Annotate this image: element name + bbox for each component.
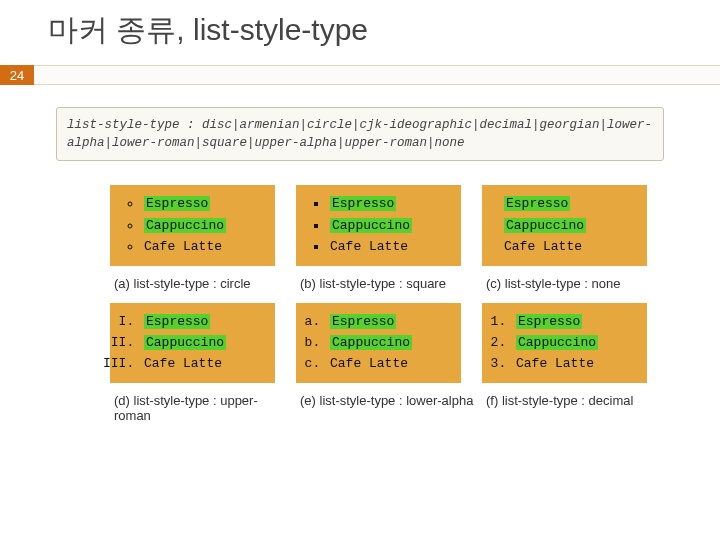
list-item: Cafe Latte — [142, 353, 265, 374]
list-item: Cappuccino — [514, 332, 637, 353]
caption-d: (d) list-style-type : upper-roman — [110, 393, 290, 423]
list-item: Espresso — [142, 193, 265, 214]
example-card-none: Espresso Cappuccino Cafe Latte — [482, 185, 647, 265]
list-item: Cappuccino — [142, 215, 265, 236]
list-item: Cafe Latte — [142, 236, 265, 257]
list-item: Cappuccino — [142, 332, 265, 353]
example-card-square: Espresso Cappuccino Cafe Latte — [296, 185, 461, 265]
page-number-badge: 24 — [0, 65, 34, 85]
list-item: Espresso — [502, 193, 637, 214]
example-card-lower-alpha: Espresso Cappuccino Cafe Latte — [296, 303, 461, 383]
divider-line — [34, 65, 720, 85]
page-number-bar: 24 — [0, 65, 720, 85]
list-item: Cafe Latte — [502, 236, 637, 257]
caption-c: (c) list-style-type : none — [482, 276, 662, 291]
list-item: Espresso — [328, 311, 451, 332]
list-item: Cafe Latte — [514, 353, 637, 374]
list-item: Cafe Latte — [328, 236, 451, 257]
list-item: Cappuccino — [328, 215, 451, 236]
list-item: Espresso — [514, 311, 637, 332]
syntax-definition-box: list-style-type : disc|armenian|circle|c… — [56, 107, 664, 161]
list-item: Cappuccino — [328, 332, 451, 353]
list-item: Espresso — [142, 311, 265, 332]
example-card-upper-roman: Espresso Cappuccino Cafe Latte — [110, 303, 275, 383]
caption-a: (a) list-style-type : circle — [110, 276, 290, 291]
examples-grid: Espresso Cappuccino Cafe Latte Espresso … — [0, 185, 720, 423]
caption-e: (e) list-style-type : lower-alpha — [296, 393, 476, 423]
slide-title: 마커 종류, list-style-type — [0, 0, 720, 65]
caption-b: (b) list-style-type : square — [296, 276, 476, 291]
list-item: Espresso — [328, 193, 451, 214]
caption-f: (f) list-style-type : decimal — [482, 393, 662, 423]
example-card-circle: Espresso Cappuccino Cafe Latte — [110, 185, 275, 265]
list-item: Cappuccino — [502, 215, 637, 236]
list-item: Cafe Latte — [328, 353, 451, 374]
example-card-decimal: Espresso Cappuccino Cafe Latte — [482, 303, 647, 383]
